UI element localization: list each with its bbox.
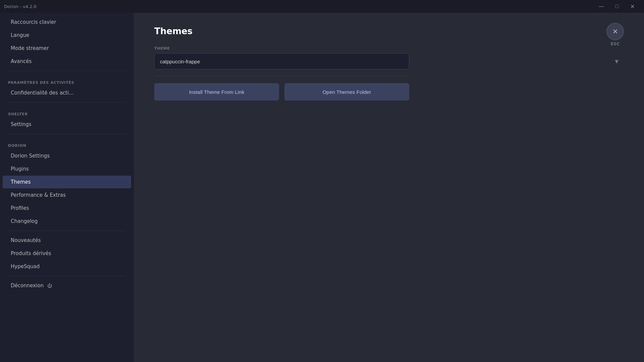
divider-5: [8, 276, 126, 276]
action-buttons-row: Install Theme From Link Open Themes Fold…: [154, 83, 624, 101]
sidebar-item-nouveautes[interactable]: Nouveautés: [3, 234, 131, 247]
deconnexion-icon: ⏻: [47, 283, 52, 288]
sidebar-item-deconnexion[interactable]: Déconnexion ⏻: [3, 279, 131, 292]
esc-button[interactable]: ✕: [606, 23, 624, 40]
sidebar-item-profiles[interactable]: Profiles: [3, 202, 131, 215]
sidebar-item-performance-extras[interactable]: Performance & Extras: [3, 189, 131, 201]
chevron-down-icon: ▼: [615, 59, 619, 64]
sidebar-group-activites: Paramètres des activités Confidentialité…: [0, 74, 134, 100]
sidebar-item-raccourcis[interactable]: Raccourcis clavier: [3, 16, 131, 28]
sidebar-item-themes[interactable]: Themes: [3, 176, 131, 188]
sidebar-item-dorion-settings[interactable]: Dorion Settings: [3, 149, 131, 162]
esc-button-container: ✕ ESC: [606, 23, 624, 46]
sidebar-section-dorion: Dorion: [0, 138, 134, 149]
app-title: Dorion - v4.2.0: [4, 4, 37, 9]
esc-label: ESC: [610, 42, 620, 46]
sidebar-item-settings[interactable]: Settings: [3, 118, 131, 131]
divider-2: [8, 102, 126, 103]
maximize-button[interactable]: □: [609, 0, 625, 13]
sidebar-item-hypesquad[interactable]: HypeSquad: [3, 260, 131, 273]
sidebar-group-general: Raccourcis clavier Langue Mode streamer …: [0, 15, 134, 68]
sidebar: Raccourcis clavier Langue Mode streamer …: [0, 13, 134, 362]
sidebar-item-avances[interactable]: Avancés: [3, 55, 131, 68]
theme-select[interactable]: catppuccin-frappe default dark light: [154, 53, 409, 69]
minimize-button[interactable]: —: [594, 0, 609, 13]
deconnexion-label: Déconnexion: [11, 283, 44, 289]
window-controls: — □ ✕: [594, 0, 640, 13]
sidebar-section-shelter: Shelter: [0, 107, 134, 118]
theme-select-wrapper: catppuccin-frappe default dark light ▼: [154, 53, 624, 69]
main-content: ✕ ESC Themes THEME catppuccin-frappe def…: [134, 13, 644, 362]
sidebar-item-plugins[interactable]: Plugins: [3, 163, 131, 175]
sidebar-item-changelog[interactable]: Changelog: [3, 215, 131, 228]
app-body: Raccourcis clavier Langue Mode streamer …: [0, 13, 644, 362]
sidebar-group-community: Nouveautés Produits dérivés HypeSquad: [0, 234, 134, 273]
sidebar-group-deconnexion: Déconnexion ⏻: [0, 279, 134, 292]
divider-3: [8, 134, 126, 134]
open-themes-folder-button[interactable]: Open Themes Folder: [284, 83, 409, 101]
divider-4: [8, 231, 126, 231]
content-divider: [154, 76, 409, 76]
close-button[interactable]: ✕: [625, 0, 640, 13]
sidebar-item-mode-streamer[interactable]: Mode streamer: [3, 42, 131, 55]
divider-1: [8, 71, 126, 71]
page-title: Themes: [154, 26, 624, 36]
sidebar-section-activites: Paramètres des activités: [0, 75, 134, 86]
sidebar-item-confidentialite[interactable]: Confidentialité des acti...: [3, 86, 131, 99]
sidebar-item-langue[interactable]: Langue: [3, 29, 131, 42]
sidebar-group-shelter: Shelter Settings: [0, 105, 134, 131]
sidebar-item-produits-derives[interactable]: Produits dérivés: [3, 247, 131, 260]
sidebar-group-dorion: Dorion Dorion Settings Plugins Themes Pe…: [0, 137, 134, 228]
titlebar: Dorion - v4.2.0 — □ ✕: [0, 0, 644, 13]
install-theme-button[interactable]: Install Theme From Link: [154, 83, 279, 101]
theme-label: THEME: [154, 46, 624, 51]
